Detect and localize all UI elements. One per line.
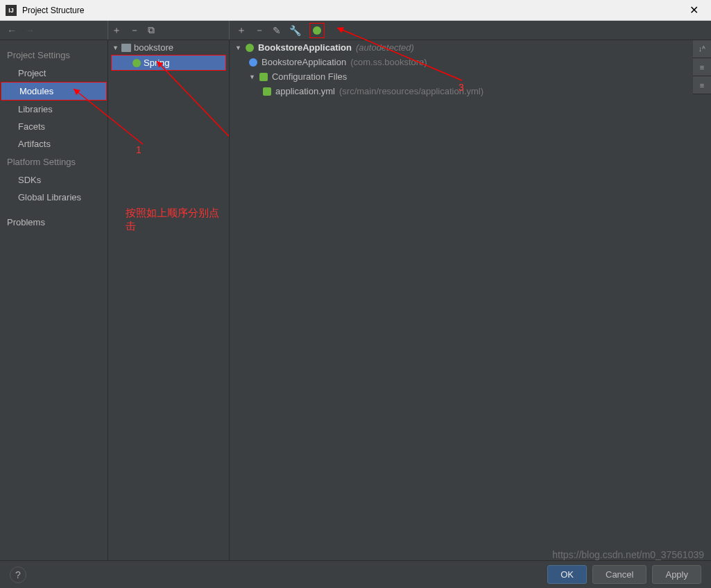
detail-panel: ▼ BookstoreApplication (autodetected) Bo… — [229, 40, 711, 560]
config-icon — [259, 73, 268, 81]
spring-icon — [132, 59, 141, 67]
modules-tree: ▼ bookstore Spring 1 2 按照如上顺序分别点击 — [108, 40, 229, 560]
sidebar: Project Settings Project Modules Librari… — [0, 40, 108, 560]
settings-slider-icon[interactable]: ≡ — [693, 58, 711, 76]
window-title: Project Structure — [22, 6, 683, 15]
yml-name: application.yml — [275, 86, 335, 96]
platform-settings-heading: Platform Settings — [0, 153, 108, 171]
sort-button[interactable]: ↓ᴬ — [693, 40, 711, 58]
main-area: Project Settings Project Modules Librari… — [0, 40, 711, 560]
add-icon[interactable]: ＋ — [237, 24, 246, 37]
yml-path: (src/main/resources/application.yml) — [339, 86, 483, 96]
module-label: Spring — [144, 58, 170, 68]
sidebar-item-project[interactable]: Project — [0, 64, 108, 82]
sidebar-item-global-libraries[interactable]: Global Libraries — [0, 189, 108, 206]
sidebar-item-sdks[interactable]: SDKs — [0, 171, 108, 189]
cancel-button[interactable]: Cancel — [592, 565, 646, 584]
titlebar: IJ Project Structure ✕ — [0, 0, 711, 21]
yml-icon — [263, 87, 271, 96]
expand-icon[interactable]: ▼ — [112, 44, 119, 51]
app-name: BookstoreApplication — [258, 42, 352, 53]
config-files-label: Configuration Files — [272, 71, 347, 82]
close-icon[interactable]: ✕ — [683, 3, 705, 17]
app-class: BookstoreApplication — [262, 57, 346, 67]
autodetected-label: (autodetected) — [356, 42, 414, 53]
annotation-hint: 按照如上顺序分别点击 — [126, 207, 229, 233]
sidebar-item-modules[interactable]: Modules — [1, 82, 107, 101]
spring-icon — [313, 26, 321, 35]
app-icon: IJ — [6, 5, 17, 16]
svg-line-1 — [157, 61, 237, 144]
context-icon — [249, 58, 257, 67]
sidebar-item-facets[interactable]: Facets — [0, 118, 108, 135]
project-settings-heading: Project Settings — [0, 46, 108, 64]
module-label: bookstore — [134, 42, 173, 53]
detail-config-files[interactable]: ▼ Configuration Files — [230, 69, 711, 84]
sidebar-item-artifacts[interactable]: Artifacts — [0, 135, 108, 153]
add-icon[interactable]: ＋ — [112, 24, 121, 37]
detail-app-pkg[interactable]: BookstoreApplication (com.ss.bookstore) — [230, 55, 711, 69]
watermark: https://blog.csdn.net/m0_37561039 — [552, 549, 704, 560]
remove-icon[interactable]: － — [255, 24, 264, 37]
detail-yml[interactable]: application.yml (src/main/resources/appl… — [230, 84, 711, 98]
sidebar-item-problems[interactable]: Problems — [0, 213, 108, 232]
edit-icon[interactable]: ✎ — [273, 25, 281, 36]
folder-icon — [121, 44, 131, 52]
spring-boot-icon-highlighted[interactable] — [309, 23, 325, 38]
copy-icon[interactable]: ⧉ — [148, 24, 155, 36]
expand-icon[interactable]: ▼ — [235, 44, 241, 51]
expand-icon[interactable]: ▼ — [249, 74, 255, 80]
back-icon[interactable]: ← — [7, 25, 17, 36]
spring-boot-icon — [246, 44, 254, 52]
detail-app-row[interactable]: ▼ BookstoreApplication (autodetected) — [230, 40, 711, 55]
module-spring[interactable]: Spring — [111, 55, 226, 71]
wrench-icon[interactable]: 🔧 — [289, 25, 301, 36]
detail-side-buttons: ↓ᴬ ≡ ≡ — [693, 40, 711, 94]
sidebar-item-libraries[interactable]: Libraries — [0, 101, 108, 118]
help-button[interactable]: ? — [10, 567, 26, 583]
module-bookstore[interactable]: ▼ bookstore — [108, 40, 229, 55]
apply-button[interactable]: Apply — [652, 565, 701, 584]
settings-slider-icon[interactable]: ≡ — [693, 76, 711, 94]
pkg-label: (com.ss.bookstore) — [350, 57, 427, 67]
forward-icon[interactable]: → — [25, 25, 35, 36]
remove-icon[interactable]: － — [130, 24, 139, 37]
footer: ? OK Cancel Apply — [0, 560, 711, 588]
ok-button[interactable]: OK — [547, 565, 587, 584]
annotation-1: 1 — [136, 144, 142, 155]
toolbar: ← → ＋ － ⧉ ＋ － ✎ 🔧 — [0, 21, 711, 40]
